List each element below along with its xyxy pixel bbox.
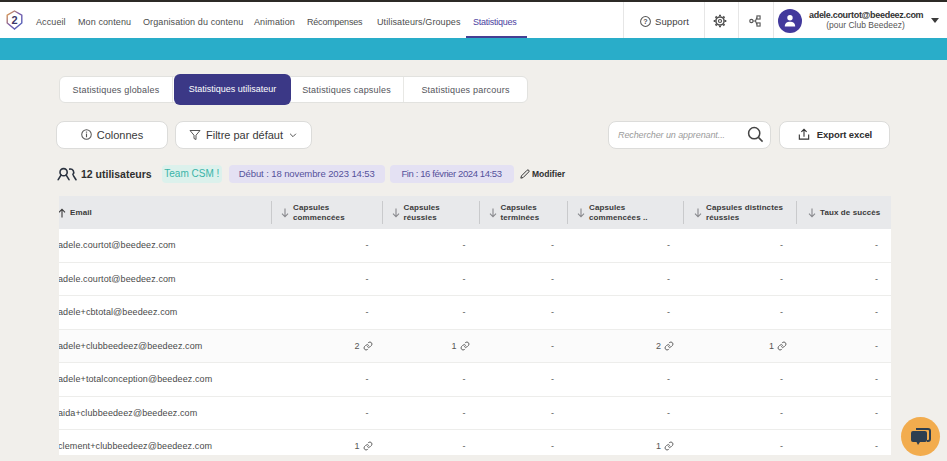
svg-text:2: 2 xyxy=(11,14,17,26)
svg-text:?: ? xyxy=(643,17,647,26)
